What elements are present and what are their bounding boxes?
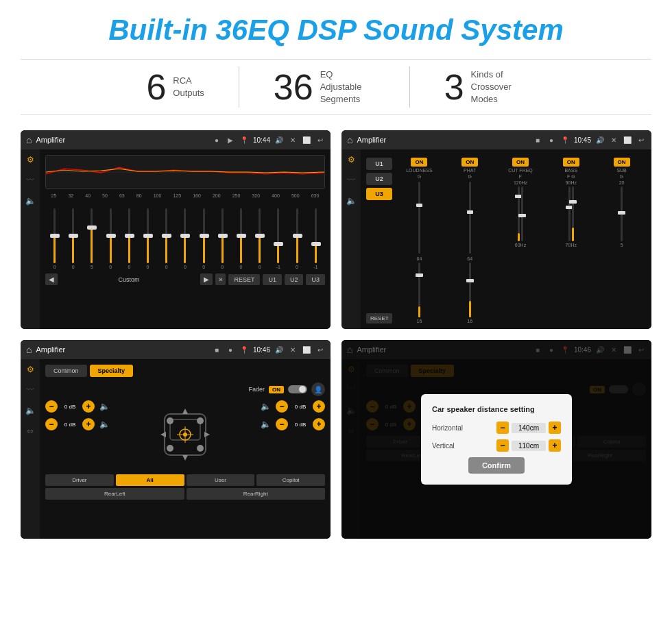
speaker-icon[interactable]: 🔈	[23, 196, 37, 206]
screen2-content: U1 U2 U3 RESET ON LOUDNESS	[361, 149, 651, 329]
vol-increase-rr[interactable]: +	[313, 418, 325, 430]
eq-prev-btn[interactable]: ◀	[45, 273, 58, 285]
eq-slider-7[interactable]: 0	[179, 208, 191, 269]
speaker-icon-2[interactable]: 🔈	[344, 196, 358, 206]
svg-point-6	[167, 445, 173, 452]
eq-reset-btn[interactable]: RESET	[228, 274, 260, 285]
volume-icon[interactable]: 🔊	[274, 136, 284, 144]
eq-u3-btn[interactable]: U3	[306, 274, 325, 285]
cutfreq-toggle[interactable]: ON	[512, 158, 529, 167]
back-icon-2[interactable]: ↩	[636, 136, 646, 144]
speaker-icon-3[interactable]: 🔈	[23, 406, 37, 415]
settings-circle-btn[interactable]: 👤	[311, 382, 325, 396]
window-icon-3[interactable]: ⬜	[302, 346, 311, 354]
vol-row-fl: − 0 dB + 🔈	[45, 400, 110, 413]
confirm-button[interactable]: Confirm	[468, 457, 525, 474]
wave-icon[interactable]: 〰	[23, 175, 37, 185]
horizontal-stepper: − 140cm +	[496, 422, 561, 434]
play-icon[interactable]: ▶	[226, 136, 235, 144]
balance-icon-3[interactable]: ⇔	[23, 426, 37, 436]
wave-icon-2[interactable]: 〰	[344, 175, 358, 185]
eq-slider-4[interactable]: 0	[123, 208, 135, 269]
loudness-label: LOUDNESS	[406, 168, 433, 173]
sub-label: SUB	[616, 168, 626, 173]
left-volumes: − 0 dB + 🔈 − 0 dB + 🔈	[45, 400, 110, 469]
rearleft-btn[interactable]: RearLeft	[45, 488, 184, 500]
vol-increase-fl[interactable]: +	[82, 400, 95, 413]
speaker-distance-dialog: Car speaker distance setting Horizontal …	[421, 394, 572, 485]
screen2-topbar: ⌂ Amplifier ■ ● 📍 10:45 🔊 ✕ ⬜ ↩	[341, 130, 651, 149]
vol-decrease-rl[interactable]: −	[45, 418, 58, 430]
back-icon[interactable]: ↩	[315, 136, 325, 144]
eq-slider-8[interactable]: 0	[197, 208, 210, 269]
horizontal-increase-btn[interactable]: +	[549, 422, 561, 434]
eq-icon[interactable]: ⚙	[23, 155, 37, 164]
window-icon-2[interactable]: ⬜	[623, 136, 632, 144]
close-icon-3[interactable]: ✕	[288, 346, 298, 354]
eq-next-btn[interactable]: ▶	[200, 273, 213, 285]
vol-increase-rl[interactable]: +	[82, 418, 95, 430]
vertical-label: Vertical	[432, 442, 473, 450]
volume-icon-3[interactable]: 🔊	[274, 346, 284, 354]
horizontal-decrease-btn[interactable]: −	[496, 422, 509, 434]
eq-icon-3[interactable]: ⚙	[23, 365, 37, 374]
eq-slider-13[interactable]: 0	[291, 208, 303, 269]
svg-marker-12	[182, 409, 188, 414]
home-icon[interactable]: ⌂	[26, 134, 32, 145]
eq-slider-6[interactable]: 0	[160, 208, 173, 269]
wave-icon-3[interactable]: 〰	[23, 385, 37, 395]
user-btn[interactable]: User	[187, 474, 255, 486]
eq-slider-5[interactable]: 0	[142, 208, 154, 269]
eq-next-page-btn[interactable]: »	[215, 273, 226, 285]
vertical-decrease-btn[interactable]: −	[496, 439, 509, 452]
rearright-btn[interactable]: RearRight	[187, 488, 326, 500]
bass-toggle[interactable]: ON	[563, 158, 579, 167]
phat-label: PHAT	[464, 168, 476, 173]
phat-toggle[interactable]: ON	[461, 158, 478, 167]
eq-slider-3[interactable]: 0	[104, 208, 117, 269]
eq-slider-12[interactable]: -1	[272, 208, 285, 269]
vol-increase-fr[interactable]: +	[313, 400, 325, 413]
specialty-tab[interactable]: Specialty	[90, 365, 134, 377]
eq-icon-2[interactable]: ⚙	[344, 155, 358, 164]
eq-u1-btn[interactable]: U1	[263, 274, 282, 285]
stat-crossover: 3 Kinds of Crossover Modes	[410, 69, 560, 106]
close-icon-2[interactable]: ✕	[609, 136, 619, 144]
home-icon-3[interactable]: ⌂	[26, 344, 32, 355]
fader-tabs: Common Specialty	[45, 365, 325, 377]
all-btn[interactable]: All	[116, 474, 184, 486]
screen2-time: 10:45	[574, 136, 591, 144]
vol-decrease-fr[interactable]: −	[276, 400, 288, 413]
loudness-toggle[interactable]: ON	[411, 158, 427, 167]
close-icon[interactable]: ✕	[288, 136, 298, 144]
eq-u2-btn[interactable]: U2	[285, 274, 304, 285]
window-icon[interactable]: ⬜	[302, 136, 311, 144]
vol-decrease-fl[interactable]: −	[45, 400, 58, 413]
screen2-title: Amplifier	[357, 136, 529, 144]
screenshots-grid: ⌂ Amplifier ● ▶ 📍 10:44 🔊 ✕ ⬜ ↩ ⚙ 〰 🔈	[21, 130, 651, 539]
preset-u1[interactable]: U1	[366, 158, 392, 170]
eq-slider-0[interactable]: 0	[49, 208, 61, 269]
screen1-topbar: ⌂ Amplifier ● ▶ 📍 10:44 🔊 ✕ ⬜ ↩	[21, 130, 331, 149]
fader-toggle[interactable]	[288, 385, 307, 393]
eq-slider-2[interactable]: 5	[86, 208, 98, 269]
home-icon-2[interactable]: ⌂	[347, 134, 352, 145]
preset-u2[interactable]: U2	[366, 173, 392, 185]
crossover-reset-btn[interactable]: RESET	[366, 313, 392, 324]
volume-icon-2[interactable]: 🔊	[595, 136, 605, 144]
vol-decrease-rr[interactable]: −	[276, 418, 288, 430]
eq-slider-1[interactable]: 0	[67, 208, 80, 269]
common-tab[interactable]: Common	[45, 365, 87, 377]
vertical-stepper: − 110cm +	[496, 439, 561, 452]
eq-slider-9[interactable]: 0	[216, 208, 228, 269]
driver-btn[interactable]: Driver	[45, 474, 114, 486]
preset-u3[interactable]: U3	[366, 188, 392, 200]
eq-slider-14[interactable]: -1	[309, 208, 322, 269]
eq-slider-11[interactable]: 0	[254, 208, 266, 269]
screen3-sidebar: ⚙ 〰 🔈 ⇔	[21, 359, 40, 539]
sub-toggle[interactable]: ON	[614, 158, 630, 167]
copilot-btn[interactable]: Copilot	[256, 474, 325, 486]
back-icon-3[interactable]: ↩	[315, 346, 325, 354]
eq-slider-10[interactable]: 0	[235, 208, 247, 269]
vertical-increase-btn[interactable]: +	[549, 439, 561, 452]
